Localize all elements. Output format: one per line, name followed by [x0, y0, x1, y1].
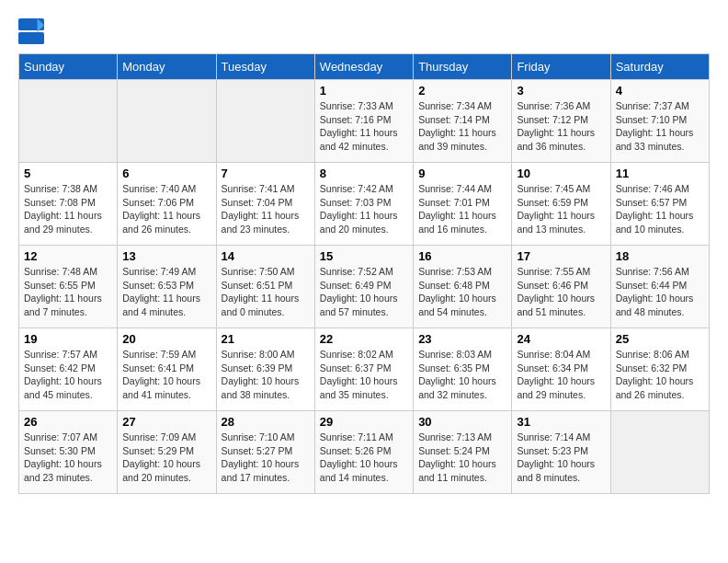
week-row-2: 5Sunrise: 7:38 AMSunset: 7:08 PMDaylight… [19, 163, 710, 246]
weekday-header-wednesday: Wednesday [314, 54, 413, 80]
day-info: Sunrise: 8:00 AMSunset: 6:39 PMDaylight:… [222, 348, 310, 402]
day-number: 12 [24, 249, 112, 263]
day-info: Sunrise: 8:06 AMSunset: 6:32 PMDaylight:… [616, 348, 704, 402]
day-number: 24 [517, 332, 605, 346]
calendar-cell: 6Sunrise: 7:40 AMSunset: 7:06 PMDaylight… [118, 163, 216, 246]
day-number: 31 [517, 415, 605, 429]
day-number: 23 [418, 332, 506, 346]
day-info: Sunrise: 7:10 AMSunset: 5:27 PMDaylight:… [222, 431, 310, 485]
calendar-cell: 3Sunrise: 7:36 AMSunset: 7:12 PMDaylight… [512, 80, 610, 163]
day-info: Sunrise: 7:56 AMSunset: 6:44 PMDaylight:… [616, 265, 704, 319]
day-info: Sunrise: 8:04 AMSunset: 6:34 PMDaylight:… [517, 348, 605, 402]
day-info: Sunrise: 7:52 AMSunset: 6:49 PMDaylight:… [320, 265, 408, 319]
day-info: Sunrise: 7:44 AMSunset: 7:01 PMDaylight:… [418, 182, 506, 236]
day-number: 20 [122, 332, 210, 346]
calendar-cell: 12Sunrise: 7:48 AMSunset: 6:55 PMDayligh… [19, 246, 118, 328]
calendar-cell: 9Sunrise: 7:44 AMSunset: 7:01 PMDaylight… [414, 163, 512, 246]
day-number: 26 [24, 415, 112, 429]
week-row-4: 19Sunrise: 7:57 AMSunset: 6:42 PMDayligh… [19, 328, 710, 411]
day-info: Sunrise: 7:14 AMSunset: 5:23 PMDaylight:… [517, 431, 605, 485]
weekday-header-row: SundayMondayTuesdayWednesdayThursdayFrid… [19, 54, 710, 80]
day-number: 30 [418, 415, 506, 429]
day-number: 1 [320, 84, 408, 98]
day-info: Sunrise: 7:55 AMSunset: 6:46 PMDaylight:… [517, 265, 605, 319]
day-number: 8 [320, 167, 408, 180]
day-number: 29 [320, 415, 408, 429]
day-info: Sunrise: 7:48 AMSunset: 6:55 PMDaylight:… [24, 265, 112, 319]
day-info: Sunrise: 7:36 AMSunset: 7:12 PMDaylight:… [517, 99, 605, 154]
calendar-cell [610, 411, 709, 494]
day-number: 19 [24, 332, 112, 346]
calendar-cell: 1Sunrise: 7:33 AMSunset: 7:16 PMDaylight… [314, 80, 413, 163]
calendar-cell [216, 80, 314, 163]
day-info: Sunrise: 7:33 AMSunset: 7:16 PMDaylight:… [320, 99, 408, 154]
calendar-cell: 4Sunrise: 7:37 AMSunset: 7:10 PMDaylight… [610, 80, 709, 163]
day-info: Sunrise: 7:34 AMSunset: 7:14 PMDaylight:… [418, 99, 506, 154]
calendar-cell: 20Sunrise: 7:59 AMSunset: 6:41 PMDayligh… [118, 328, 216, 411]
day-number: 9 [418, 167, 506, 180]
page-header [18, 18, 710, 44]
day-info: Sunrise: 8:02 AMSunset: 6:37 PMDaylight:… [320, 348, 408, 402]
day-number: 17 [517, 249, 605, 263]
calendar-cell: 11Sunrise: 7:46 AMSunset: 6:57 PMDayligh… [610, 163, 709, 246]
day-info: Sunrise: 7:40 AMSunset: 7:06 PMDaylight:… [122, 182, 210, 236]
weekday-header-friday: Friday [512, 54, 610, 80]
calendar-cell: 24Sunrise: 8:04 AMSunset: 6:34 PMDayligh… [512, 328, 610, 411]
calendar-cell: 15Sunrise: 7:52 AMSunset: 6:49 PMDayligh… [314, 246, 413, 328]
calendar-cell: 7Sunrise: 7:41 AMSunset: 7:04 PMDaylight… [216, 163, 314, 246]
calendar-cell: 8Sunrise: 7:42 AMSunset: 7:03 PMDaylight… [314, 163, 413, 246]
logo-icon [18, 18, 44, 44]
calendar-cell: 31Sunrise: 7:14 AMSunset: 5:23 PMDayligh… [512, 411, 610, 494]
calendar-cell: 27Sunrise: 7:09 AMSunset: 5:29 PMDayligh… [118, 411, 216, 494]
calendar-cell: 25Sunrise: 8:06 AMSunset: 6:32 PMDayligh… [610, 328, 709, 411]
day-number: 14 [222, 249, 310, 263]
day-number: 15 [320, 249, 408, 263]
day-info: Sunrise: 7:50 AMSunset: 6:51 PMDaylight:… [222, 265, 310, 319]
day-info: Sunrise: 7:38 AMSunset: 7:08 PMDaylight:… [24, 182, 112, 236]
day-number: 21 [222, 332, 310, 346]
day-info: Sunrise: 7:45 AMSunset: 6:59 PMDaylight:… [517, 182, 605, 236]
day-number: 6 [122, 167, 210, 180]
day-info: Sunrise: 7:11 AMSunset: 5:26 PMDaylight:… [320, 431, 408, 485]
day-info: Sunrise: 7:49 AMSunset: 6:53 PMDaylight:… [122, 265, 210, 319]
weekday-header-monday: Monday [118, 54, 216, 80]
day-number: 2 [418, 84, 506, 98]
weekday-header-tuesday: Tuesday [216, 54, 314, 80]
calendar-cell: 21Sunrise: 8:00 AMSunset: 6:39 PMDayligh… [216, 328, 314, 411]
day-info: Sunrise: 7:13 AMSunset: 5:24 PMDaylight:… [418, 431, 506, 485]
day-info: Sunrise: 7:07 AMSunset: 5:30 PMDaylight:… [24, 431, 112, 485]
calendar-cell: 22Sunrise: 8:02 AMSunset: 6:37 PMDayligh… [314, 328, 413, 411]
week-row-5: 26Sunrise: 7:07 AMSunset: 5:30 PMDayligh… [19, 411, 710, 494]
day-number: 10 [517, 167, 605, 180]
day-info: Sunrise: 7:46 AMSunset: 6:57 PMDaylight:… [616, 182, 704, 236]
day-number: 22 [320, 332, 408, 346]
day-number: 11 [616, 167, 704, 180]
day-number: 28 [222, 415, 310, 429]
svg-rect-1 [18, 32, 44, 44]
calendar-cell: 26Sunrise: 7:07 AMSunset: 5:30 PMDayligh… [19, 411, 118, 494]
weekday-header-thursday: Thursday [414, 54, 512, 80]
week-row-3: 12Sunrise: 7:48 AMSunset: 6:55 PMDayligh… [19, 246, 710, 328]
day-number: 16 [418, 249, 506, 263]
weekday-header-saturday: Saturday [610, 54, 709, 80]
calendar-cell [118, 80, 216, 163]
day-info: Sunrise: 7:41 AMSunset: 7:04 PMDaylight:… [222, 182, 310, 236]
day-info: Sunrise: 7:57 AMSunset: 6:42 PMDaylight:… [24, 348, 112, 402]
day-number: 4 [616, 84, 704, 98]
week-row-1: 1Sunrise: 7:33 AMSunset: 7:16 PMDaylight… [19, 80, 710, 163]
day-info: Sunrise: 7:59 AMSunset: 6:41 PMDaylight:… [122, 348, 210, 402]
calendar-cell: 28Sunrise: 7:10 AMSunset: 5:27 PMDayligh… [216, 411, 314, 494]
day-number: 18 [616, 249, 704, 263]
calendar-cell: 30Sunrise: 7:13 AMSunset: 5:24 PMDayligh… [414, 411, 512, 494]
calendar-cell: 23Sunrise: 8:03 AMSunset: 6:35 PMDayligh… [414, 328, 512, 411]
calendar-cell: 14Sunrise: 7:50 AMSunset: 6:51 PMDayligh… [216, 246, 314, 328]
calendar-cell: 29Sunrise: 7:11 AMSunset: 5:26 PMDayligh… [314, 411, 413, 494]
day-number: 27 [122, 415, 210, 429]
day-info: Sunrise: 7:42 AMSunset: 7:03 PMDaylight:… [320, 182, 408, 236]
day-number: 5 [24, 167, 112, 180]
day-info: Sunrise: 7:37 AMSunset: 7:10 PMDaylight:… [616, 99, 704, 154]
calendar-cell: 16Sunrise: 7:53 AMSunset: 6:48 PMDayligh… [414, 246, 512, 328]
logo [18, 18, 46, 44]
calendar-table: SundayMondayTuesdayWednesdayThursdayFrid… [18, 53, 710, 494]
calendar-cell: 17Sunrise: 7:55 AMSunset: 6:46 PMDayligh… [512, 246, 610, 328]
